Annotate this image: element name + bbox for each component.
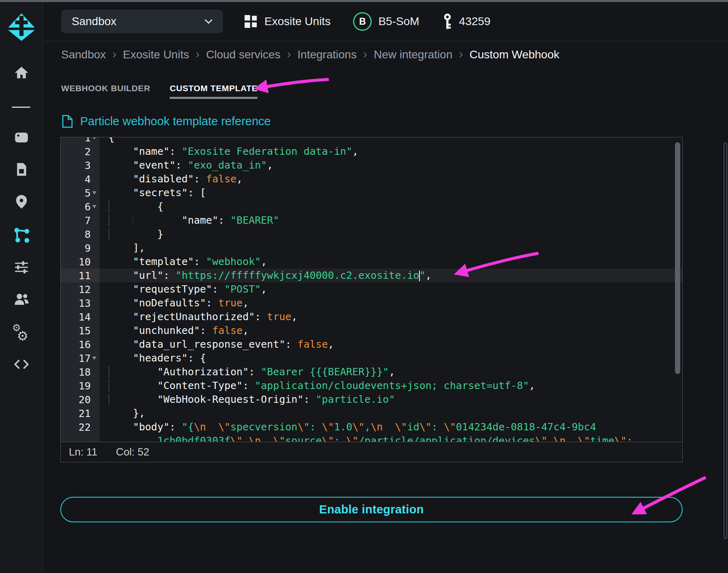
product-name: Exosite Units: [264, 15, 330, 28]
breadcrumb-item[interactable]: Exosite Units: [123, 48, 189, 62]
code-line[interactable]: 3 "event": "exo_data_in",: [61, 158, 682, 172]
sidebar-item-fleet-settings[interactable]: [13, 258, 30, 276]
devices-icon: [13, 129, 30, 145]
sidebar-item-sim[interactable]: [13, 160, 30, 178]
code-line-text: },: [100, 406, 682, 420]
code-line-text: "noDefaults": true,: [100, 296, 682, 310]
line-gutter: 4: [61, 172, 100, 186]
sidebar-item-locations[interactable]: [13, 193, 30, 211]
enable-integration-button[interactable]: Enable integration: [60, 497, 683, 522]
line-number: 11: [79, 270, 91, 282]
fold-slot: [91, 420, 99, 434]
sim-indicator[interactable]: 43259: [442, 13, 491, 30]
sidebar-item-developer-tools[interactable]: [13, 355, 30, 373]
code-line[interactable]: 1cb0bdf0303f\",\n \"source\": \"/particl…: [61, 434, 682, 442]
code-line[interactable]: 10 "template": "webhook",: [61, 255, 682, 269]
fold-toggle-icon[interactable]: [91, 200, 99, 214]
code-line[interactable]: 17 "headers": {: [61, 351, 682, 365]
product-switcher[interactable]: Exosite Units: [244, 15, 330, 28]
org-selector-dropdown[interactable]: Sandbox: [61, 10, 223, 33]
code-line[interactable]: 12 "requestType": "POST",: [61, 282, 682, 296]
line-number: 20: [79, 394, 91, 406]
fold-slot: [91, 338, 99, 351]
fold-slot: [91, 282, 99, 296]
code-line[interactable]: 14 "rejectUnauthorized": true,: [61, 310, 682, 324]
code-line[interactable]: 18 "Authorization": "Bearer {{{BEARER}}}…: [61, 365, 682, 379]
code-line[interactable]: 21 },: [61, 406, 682, 420]
sidebar-item-team[interactable]: [13, 291, 30, 308]
line-number: 14: [79, 311, 91, 323]
code-line-text: 1cb0bdf0303f\",\n \"source\": \"/particl…: [100, 434, 682, 442]
code-editor[interactable]: 1{2 "name": "Exosite Federation data-in"…: [60, 137, 683, 462]
line-gutter: 14: [61, 310, 100, 324]
cursor-line-indicator: Ln: 11: [69, 446, 97, 458]
line-gutter: 13: [61, 296, 100, 310]
line-gutter: 3: [61, 158, 100, 172]
fold-toggle-icon[interactable]: [91, 186, 99, 200]
sidebar-item-home[interactable]: [13, 64, 30, 81]
fleet-settings-icon: [13, 259, 30, 275]
sidebar: ⚙⚙: [0, 2, 43, 573]
code-line[interactable]: 11 "url": "https://fffffywkjcxj40000.c2.…: [61, 269, 682, 282]
code-line[interactable]: 4 "disabled": false,: [61, 172, 682, 186]
sidebar-item-devices[interactable]: [13, 128, 30, 146]
sidebar-item-integrations[interactable]: [13, 226, 30, 244]
fold-toggle-icon[interactable]: [91, 137, 99, 145]
fold-slot: [91, 269, 99, 282]
line-gutter: 15: [61, 324, 100, 338]
breadcrumb: Sandbox›Exosite Units›Cloud services›Int…: [61, 48, 560, 62]
code-line[interactable]: 6 {: [61, 200, 682, 214]
line-gutter: 17: [61, 351, 100, 365]
template-reference-link[interactable]: Particle webhook template reference: [62, 115, 271, 128]
code-line[interactable]: 15 "unchunked": false,: [61, 324, 682, 338]
code-line-text: "name": "BEARER": [100, 214, 682, 227]
code-line[interactable]: 1{: [61, 137, 682, 145]
editor-statusbar: Ln: 11 Col: 52: [61, 442, 682, 462]
code-line[interactable]: 20 "WebHook-Request-Origin": "particle.i…: [61, 393, 682, 406]
line-gutter: 16: [61, 338, 100, 351]
breadcrumb-item[interactable]: Integrations: [298, 48, 357, 62]
code-line-text: "WebHook-Request-Origin": "particle.io": [100, 393, 682, 406]
key-icon: [442, 13, 453, 30]
code-line[interactable]: 2 "name": "Exosite Federation data-in",: [61, 145, 682, 158]
breadcrumb-item[interactable]: Cloud services: [206, 48, 281, 62]
code-line[interactable]: 9 ],: [61, 241, 682, 255]
sidebar-item-settings[interactable]: ⚙⚙: [13, 324, 30, 342]
editor-scrollbar-thumb[interactable]: [675, 142, 680, 374]
fold-slot: [91, 214, 99, 227]
tab-webhook-builder[interactable]: WEBHOOK BUILDER: [61, 83, 150, 99]
line-number: 17: [79, 353, 91, 364]
code-line[interactable]: 8 }: [61, 227, 682, 241]
settings-icon: ⚙⚙: [11, 326, 32, 339]
line-gutter: 22: [61, 420, 100, 434]
code-line[interactable]: 7 "name": "BEARER": [61, 214, 682, 227]
code-line-text: "Content-Type": "application/cloudevents…: [100, 379, 682, 393]
breadcrumb-item[interactable]: Custom Webhook: [469, 48, 559, 62]
device-switcher[interactable]: B B5-SoM: [353, 12, 419, 31]
line-number: 4: [85, 173, 91, 185]
line-gutter: 7: [61, 214, 100, 227]
code-editor-viewport[interactable]: 1{2 "name": "Exosite Federation data-in"…: [61, 137, 682, 442]
line-number: 8: [85, 229, 91, 240]
line-number: 9: [85, 242, 91, 254]
code-line[interactable]: 13 "noDefaults": true,: [61, 296, 682, 310]
line-gutter: 1: [61, 137, 100, 145]
line-number: 3: [85, 160, 91, 171]
tab-custom-template[interactable]: CUSTOM TEMPLATE: [170, 83, 258, 99]
fold-toggle-icon[interactable]: [91, 351, 99, 365]
line-number: 18: [79, 366, 91, 378]
breadcrumb-item[interactable]: New integration: [374, 48, 453, 62]
window-scrollbar-thumb[interactable]: [724, 143, 727, 539]
line-number: 2: [85, 146, 91, 158]
line-gutter: 12: [61, 282, 100, 296]
breadcrumb-item[interactable]: Sandbox: [61, 48, 106, 62]
app-logo[interactable]: [6, 12, 36, 43]
code-line[interactable]: 5 "secrets": [: [61, 186, 682, 200]
home-icon: [13, 64, 30, 81]
code-line[interactable]: 22 "body": "{\n \"specversion\": \"1.0\"…: [61, 420, 682, 434]
code-line[interactable]: 16 "data_url_response_event": false,: [61, 338, 682, 351]
fold-slot: [91, 310, 99, 324]
line-gutter: 20: [61, 393, 100, 406]
fold-slot: [91, 324, 99, 338]
code-line[interactable]: 19 "Content-Type": "application/cloudeve…: [61, 379, 682, 393]
